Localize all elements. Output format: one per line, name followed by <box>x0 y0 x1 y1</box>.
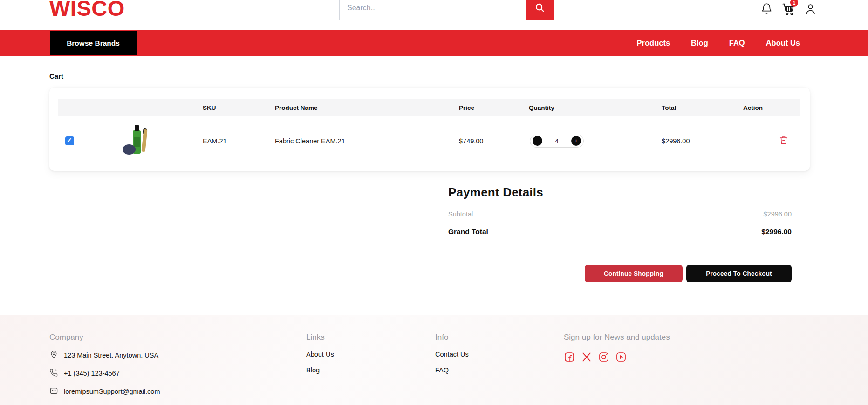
cart-section-title: Cart <box>49 72 63 80</box>
cart-table-header: SKU Product Name Price Quantity Total Ac… <box>58 99 800 116</box>
search-button[interactable] <box>526 0 554 20</box>
continue-shopping-button[interactable]: Continue Shopping <box>585 265 683 282</box>
footer-address-row: 123 Main Street, Anytown, USA <box>49 350 160 360</box>
footer-link-about-us[interactable]: About Us <box>306 351 334 358</box>
footer-link-contact-us[interactable]: Contact Us <box>435 351 469 358</box>
proceed-to-checkout-button[interactable]: Proceed To Checkout <box>686 265 792 282</box>
footer-info-column: Info Contact Us FAQ <box>435 333 469 374</box>
footer-links-title: Links <box>306 333 334 342</box>
nav-link-faq[interactable]: FAQ <box>729 39 745 47</box>
footer-phone-row: +1 (345) 123-4567 <box>49 368 160 378</box>
top-header: WISCO 1 <box>0 0 868 30</box>
grand-total-value: $2996.00 <box>761 228 792 236</box>
payment-details-title: Payment Details <box>448 185 543 200</box>
trash-icon <box>779 140 789 147</box>
social-icons <box>564 351 670 363</box>
header-icon-group: 1 <box>759 2 817 16</box>
product-image <box>123 125 152 157</box>
cart-item-row: EAM.21 Fabric Cleaner EAM.21 $749.00 − 4… <box>58 116 800 165</box>
item-sku: EAM.21 <box>191 137 263 145</box>
header-product-name: Product Name <box>263 104 447 111</box>
footer-info-title: Info <box>435 333 469 342</box>
location-pin-icon <box>49 350 58 360</box>
nav-link-products[interactable]: Products <box>637 39 670 47</box>
footer-phone: +1 (345) 123-4567 <box>64 370 120 377</box>
youtube-icon[interactable] <box>615 351 627 363</box>
header-quantity: Quantity <box>517 104 650 111</box>
facebook-icon[interactable] <box>564 351 575 363</box>
wisco-logo[interactable]: WISCO <box>49 0 125 21</box>
search-icon <box>534 2 545 14</box>
footer-address: 123 Main Street, Anytown, USA <box>64 351 158 359</box>
footer-newsletter-column: Sign up for News and updates <box>564 333 670 363</box>
nav-link-about-us[interactable]: About Us <box>766 39 800 47</box>
user-account-icon[interactable] <box>803 2 817 16</box>
item-checkbox[interactable] <box>65 136 74 145</box>
page-footer: Company 123 Main Street, Anytown, USA +1… <box>0 315 868 405</box>
cart-count-badge: 1 <box>790 0 798 7</box>
quantity-value: 4 <box>555 137 559 145</box>
quantity-increase-button[interactable]: + <box>571 136 581 146</box>
x-twitter-icon[interactable] <box>581 351 592 363</box>
subtotal-row: Subtotal $2996.00 <box>448 210 792 218</box>
item-name: Fabric Cleaner EAM.21 <box>263 137 447 145</box>
footer-company-column: Company 123 Main Street, Anytown, USA +1… <box>49 333 160 397</box>
cart-icon[interactable]: 1 <box>781 2 795 16</box>
grand-total-row: Grand Total $2996.00 <box>448 228 792 236</box>
header-price: Price <box>447 104 517 111</box>
subtotal-value: $2996.00 <box>764 210 792 218</box>
footer-newsletter-title: Sign up for News and updates <box>564 333 670 342</box>
header-action: Action <box>731 104 800 111</box>
quantity-stepper: − 4 + <box>530 135 584 148</box>
search-input[interactable] <box>339 0 526 20</box>
footer-email: loremipsumSupport@gmail.com <box>64 388 160 395</box>
instagram-icon[interactable] <box>598 351 609 363</box>
browse-brands-button[interactable]: Browse Brands <box>50 31 137 55</box>
header-total: Total <box>650 104 731 111</box>
item-total: $2996.00 <box>650 137 731 145</box>
footer-link-faq[interactable]: FAQ <box>435 366 469 374</box>
cart-page: WISCO 1 <box>0 0 868 405</box>
footer-company-title: Company <box>49 333 160 342</box>
footer-email-row: loremipsumSupport@gmail.com <box>49 386 160 397</box>
quantity-decrease-button[interactable]: − <box>533 136 542 146</box>
nav-link-blog[interactable]: Blog <box>691 39 708 47</box>
cart-table-card: SKU Product Name Price Quantity Total Ac… <box>49 88 810 171</box>
notification-bell-icon[interactable] <box>759 2 773 16</box>
nav-links: Products Blog FAQ About Us <box>637 30 800 56</box>
subtotal-label: Subtotal <box>448 210 473 218</box>
main-navbar: Browse Brands Products Blog FAQ About Us <box>0 30 868 56</box>
phone-icon <box>49 368 58 378</box>
header-sku: SKU <box>191 104 263 111</box>
footer-link-blog[interactable]: Blog <box>306 366 334 374</box>
item-price: $749.00 <box>447 137 517 145</box>
email-icon <box>49 386 58 397</box>
remove-item-button[interactable] <box>778 135 789 146</box>
footer-links-column: Links About Us Blog <box>306 333 334 374</box>
grand-total-label: Grand Total <box>448 228 488 236</box>
